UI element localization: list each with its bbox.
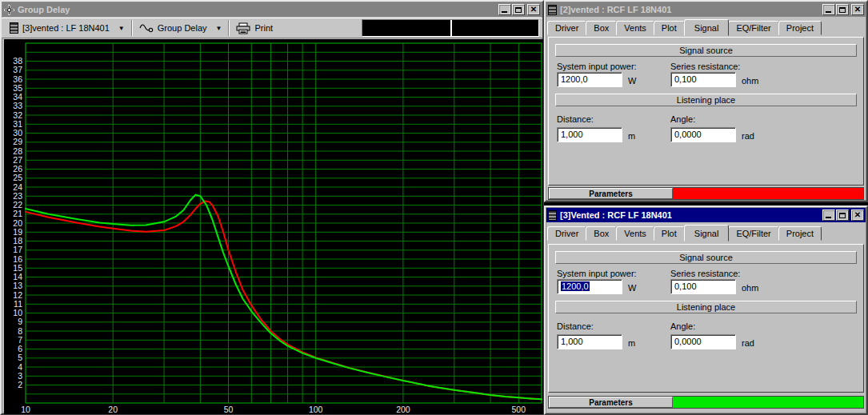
svg-text:17: 17 <box>13 245 22 254</box>
close-icon: ✕ <box>530 6 537 14</box>
system-input-power-label: System input power: <box>557 62 637 71</box>
tab-driver[interactable]: Driver <box>547 21 586 35</box>
minimize-icon <box>826 217 831 218</box>
series-resistance-field[interactable]: 0,100 <box>670 279 736 294</box>
svg-text:30: 30 <box>13 128 22 138</box>
distance-unit: m <box>628 338 635 348</box>
close-button[interactable]: ✕ <box>851 4 864 15</box>
maximize-button[interactable] <box>836 209 849 221</box>
tab-plot[interactable]: Plot <box>654 226 685 241</box>
power-unit: W <box>628 76 636 86</box>
minimize-button[interactable] <box>498 4 511 15</box>
series-resistance-label: Series resistance: <box>670 269 740 278</box>
maximize-button[interactable] <box>512 4 525 15</box>
status-bar-red <box>673 188 863 199</box>
svg-text:19: 19 <box>13 227 22 237</box>
angle-label: Angle: <box>670 321 695 331</box>
project-icon <box>548 5 557 15</box>
maximize-icon <box>515 7 522 13</box>
parameters-button[interactable]: Parameters <box>549 397 673 408</box>
svg-text:38: 38 <box>13 56 22 66</box>
svg-text:31: 31 <box>13 119 22 129</box>
chart-toolbar: [3]vented : LF 18N401 ▼ Group Delay ▼ Pr… <box>2 18 542 38</box>
svg-text:25: 25 <box>13 173 22 182</box>
angle-unit: rad <box>742 131 754 141</box>
tab-plot[interactable]: Plot <box>654 21 685 35</box>
resistance-unit: ohm <box>742 283 758 293</box>
svg-text:6: 6 <box>18 344 22 353</box>
close-button[interactable]: ✕ <box>851 209 864 221</box>
system-input-power-field[interactable]: 1200,0 <box>557 72 622 87</box>
group-delay-titlebar[interactable]: Group Delay ✕ <box>2 2 542 17</box>
plot-type-dropdown[interactable]: Group Delay ▼ <box>134 19 227 37</box>
print-button[interactable]: Print <box>231 19 278 37</box>
angle-field[interactable]: 0,0000 <box>670 334 736 349</box>
maximize-icon <box>839 7 846 13</box>
svg-text:12: 12 <box>13 290 22 300</box>
svg-text:26: 26 <box>13 164 22 174</box>
svg-text:20: 20 <box>13 218 22 228</box>
tab-project[interactable]: Project <box>778 21 822 35</box>
maximize-icon <box>839 213 846 218</box>
parameters-strip: Parameters <box>548 396 864 409</box>
svg-text:34: 34 <box>13 92 22 102</box>
parameters-strip: Parameters <box>548 187 864 200</box>
svg-text:23: 23 <box>13 191 22 201</box>
svg-text:32: 32 <box>13 110 22 120</box>
close-icon: ✕ <box>854 211 861 219</box>
tab-project[interactable]: Project <box>778 226 822 241</box>
minimize-button[interactable] <box>822 4 835 15</box>
tab-driver[interactable]: Driver <box>547 226 586 241</box>
svg-text:22: 22 <box>13 200 22 209</box>
tab-box[interactable]: Box <box>586 21 617 35</box>
maximize-button[interactable] <box>836 4 849 15</box>
svg-text:33: 33 <box>13 101 22 110</box>
group-delay-chart[interactable]: 2345678910111213141516171819202122232425… <box>4 39 543 414</box>
distance-field[interactable]: 1,000 <box>557 127 622 142</box>
signal-source-header: Signal source <box>555 251 857 264</box>
distance-field[interactable]: 1,000 <box>557 334 622 349</box>
signal-tab-page: Signal source System input power: Series… <box>548 244 864 393</box>
chart-area[interactable]: 2345678910111213141516171819202122232425… <box>4 39 543 414</box>
readout-x-value <box>362 20 450 36</box>
power-unit: W <box>628 283 636 293</box>
project-icon <box>10 22 18 34</box>
svg-text:16: 16 <box>13 254 22 264</box>
model-selector-label: [3]vented : LF 18N401 <box>22 23 110 33</box>
svg-text:10: 10 <box>21 405 30 414</box>
status-bar-green <box>673 397 863 408</box>
close-button[interactable]: ✕ <box>527 4 540 15</box>
system-input-power-field-focused[interactable]: 1200,0 <box>557 279 622 294</box>
vented-3-titlebar[interactable]: [3]Vented : RCF LF 18N401 ✕ <box>546 208 866 222</box>
tab-signal[interactable]: Signal <box>684 19 730 36</box>
angle-unit: rad <box>742 338 754 348</box>
vented-2-titlebar[interactable]: [2]vented : RCF LF 18N401 ✕ <box>546 2 866 17</box>
window-title: [2]vented : RCF LF 18N401 <box>560 5 822 14</box>
minimize-button[interactable] <box>822 209 835 221</box>
listening-place-header: Listening place <box>555 94 857 106</box>
svg-text:35: 35 <box>13 83 22 93</box>
tab-eq-filter[interactable]: EQ/Filter <box>728 226 778 241</box>
svg-text:50: 50 <box>224 405 234 414</box>
tab-signal[interactable]: Signal <box>684 225 730 241</box>
svg-text:11: 11 <box>14 299 22 309</box>
close-icon: ✕ <box>854 6 861 14</box>
distance-label: Distance: <box>557 321 594 331</box>
svg-text:14: 14 <box>13 272 22 281</box>
distance-unit: m <box>628 131 635 141</box>
svg-text:3: 3 <box>18 371 22 381</box>
angle-field[interactable]: 0,0000 <box>670 127 736 142</box>
parameters-button[interactable]: Parameters <box>549 188 673 199</box>
chevron-down-icon: ▼ <box>118 25 125 32</box>
tab-box[interactable]: Box <box>586 226 617 241</box>
svg-text:7: 7 <box>18 335 22 345</box>
tab-vents[interactable]: Vents <box>616 21 654 35</box>
svg-text:9: 9 <box>18 317 22 326</box>
chevron-down-icon: ▼ <box>216 25 222 32</box>
tab-vents[interactable]: Vents <box>616 226 654 241</box>
tab-eq-filter[interactable]: EQ/Filter <box>728 21 778 35</box>
series-resistance-field[interactable]: 0,100 <box>670 72 736 87</box>
cursor-readouts <box>362 19 539 37</box>
model-selector-dropdown[interactable]: [3]vented : LF 18N401 ▼ <box>5 19 130 37</box>
svg-text:18: 18 <box>13 236 22 245</box>
